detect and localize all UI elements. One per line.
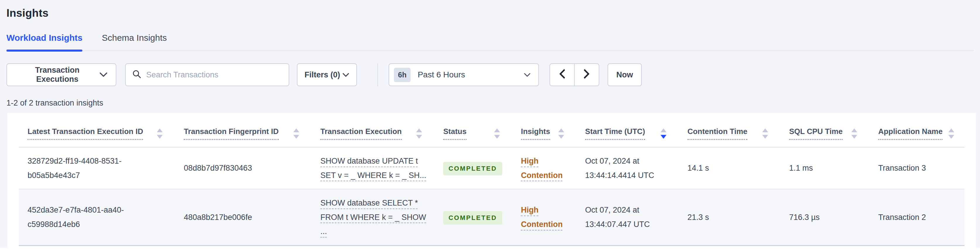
tab-schema-insights[interactable]: Schema Insights	[102, 33, 167, 50]
cell-execution-id: 328729d2-ff19-4408-8531-b05a5b4e43c7	[19, 147, 175, 189]
transaction-statement-link[interactable]: SHOW database SELECT * FROM t WHERE k = …	[320, 198, 426, 236]
column-header-contention-time[interactable]: Contention Time	[679, 113, 780, 147]
transaction-insights-table: Latest Transaction Execution ID Transact…	[19, 113, 964, 246]
sort-icon	[851, 128, 857, 139]
time-range-picker[interactable]: 6h Past 6 Hours	[388, 63, 539, 86]
chevron-left-icon	[559, 69, 565, 81]
sort-icon	[494, 128, 500, 139]
insights-page: Insights Workload Insights Schema Insigh…	[0, 0, 980, 251]
cell-execution-id: 452da3e7-e7fa-4801-aa40-c59988d14eb6	[19, 189, 175, 245]
insights-table-panel: Latest Transaction Execution ID Transact…	[7, 113, 976, 251]
time-range-label: Past 6 Hours	[418, 70, 465, 80]
search-box	[125, 63, 289, 86]
filters-button[interactable]: Filters (0)	[297, 63, 357, 86]
sort-icon	[660, 128, 667, 139]
sort-icon	[416, 128, 422, 139]
transaction-statement-link[interactable]: SHOW database UPDATE t SET v = _ WHERE k…	[320, 157, 426, 180]
filters-button-label: Filters (0)	[304, 70, 340, 80]
table-header-row: Latest Transaction Execution ID Transact…	[19, 113, 964, 147]
cell-contention-time: 21.3 s	[679, 189, 780, 245]
tab-workload-insights[interactable]: Workload Insights	[6, 33, 82, 50]
now-button[interactable]: Now	[608, 63, 642, 86]
toolbar-divider	[377, 63, 378, 86]
cell-transaction-execution: SHOW database SELECT * FROM t WHERE k = …	[312, 189, 434, 245]
time-range-pager	[549, 63, 599, 86]
cell-start-time: Oct 07, 2024 at 13:44:07.447 UTC	[576, 189, 679, 245]
chevron-down-icon	[524, 70, 531, 80]
toolbar: Transaction Executions Filters (0) 6h Pa…	[6, 63, 980, 86]
sort-icon	[157, 128, 163, 139]
column-header-transaction-execution[interactable]: Transaction Execution	[312, 113, 434, 147]
status-badge: COMPLETED	[443, 162, 502, 175]
insight-link[interactable]: High Contention	[521, 206, 563, 229]
next-range-button[interactable]	[574, 63, 599, 86]
cell-sql-cpu-time: 1.1 ms	[780, 147, 870, 189]
table-row: 452da3e7-e7fa-4801-aa40-c59988d14eb6 480…	[19, 189, 964, 245]
cell-application-name: Transaction 3	[870, 147, 964, 189]
prev-range-button[interactable]	[549, 63, 575, 86]
column-header-status[interactable]: Status	[434, 113, 512, 147]
column-header-insights[interactable]: Insights	[512, 113, 576, 147]
cell-transaction-execution: SHOW database UPDATE t SET v = _ WHERE k…	[312, 147, 434, 189]
chevron-right-icon	[584, 69, 590, 81]
sort-icon	[762, 128, 768, 139]
chevron-down-icon	[99, 70, 108, 80]
sort-icon	[558, 128, 564, 139]
page-title: Insights	[0, 0, 980, 19]
cell-sql-cpu-time: 716.3 µs	[780, 189, 870, 245]
column-header-latest-transaction-execution-id[interactable]: Latest Transaction Execution ID	[19, 113, 175, 147]
insight-type-dropdown[interactable]: Transaction Executions	[6, 63, 116, 86]
status-badge: COMPLETED	[443, 211, 502, 225]
cell-status: COMPLETED	[434, 189, 512, 245]
table-row: 328729d2-ff19-4408-8531-b05a5b4e43c7 08d…	[19, 147, 964, 189]
sort-icon	[948, 128, 954, 139]
results-count: 1-2 of 2 transaction insights	[6, 99, 980, 108]
cell-start-time: Oct 07, 2024 at 13:44:14.4414 UTC	[576, 147, 679, 189]
cell-status: COMPLETED	[434, 147, 512, 189]
cell-fingerprint-id: 08d8b7d97f830463	[175, 147, 312, 189]
search-icon	[132, 69, 142, 80]
column-header-start-time[interactable]: Start Time (UTC)	[576, 113, 679, 147]
search-input[interactable]	[146, 70, 282, 80]
chevron-down-icon	[342, 70, 349, 80]
time-preset-badge: 6h	[394, 68, 410, 82]
column-header-sql-cpu-time[interactable]: SQL CPU Time	[780, 113, 870, 147]
cell-insights: High Contention	[512, 147, 576, 189]
insight-link[interactable]: High Contention	[521, 157, 563, 180]
column-header-transaction-fingerprint-id[interactable]: Transaction Fingerprint ID	[175, 113, 312, 147]
insight-type-dropdown-label: Transaction Executions	[15, 66, 99, 84]
column-header-application-name[interactable]: Application Name	[870, 113, 964, 147]
cell-fingerprint-id: 480a8b217be006fe	[175, 189, 312, 245]
tab-bar: Workload Insights Schema Insights	[6, 33, 974, 51]
sort-icon	[293, 128, 299, 139]
cell-contention-time: 14.1 s	[679, 147, 780, 189]
cell-insights: High Contention	[512, 189, 576, 245]
cell-application-name: Transaction 2	[870, 189, 964, 245]
